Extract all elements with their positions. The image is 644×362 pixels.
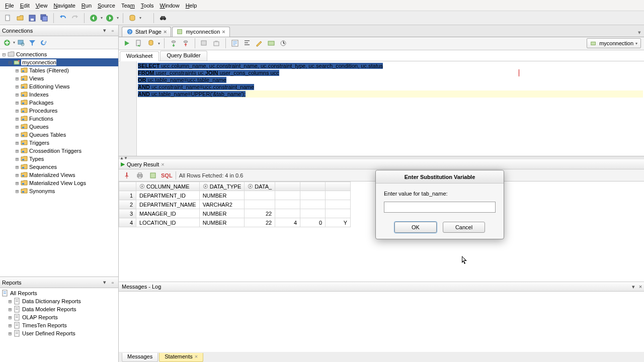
tree-item[interactable]: ⊞Packages <box>0 99 118 107</box>
print-icon[interactable] <box>135 170 145 180</box>
save-icon[interactable] <box>27 13 37 23</box>
tree-item[interactable]: ⊞Editioning Views <box>0 82 118 90</box>
connection-combo[interactable]: myconnection ▾ <box>587 38 641 48</box>
minimize-icon[interactable]: ▾ <box>101 27 108 34</box>
query-result-tab[interactable]: ▶ Query Result × <box>119 159 644 169</box>
edit-icon[interactable] <box>254 38 264 48</box>
tree-item[interactable]: ⊞Synonyms <box>0 187 118 195</box>
run-script-icon[interactable] <box>134 38 144 48</box>
report-item[interactable]: ⊞Data Modeler Reports <box>0 305 118 313</box>
report-item[interactable]: ⊞Data Dictionary Reports <box>0 297 118 305</box>
row-number-header[interactable] <box>119 182 136 191</box>
table-row[interactable]: 4LOCATION_IDNUMBER2240Y <box>119 218 351 227</box>
tree-root[interactable]: ⊟ Connections <box>0 50 118 58</box>
close-icon[interactable]: × <box>195 353 198 359</box>
menu-tools[interactable]: Tools <box>138 2 157 10</box>
menu-navigate[interactable]: Navigate <box>50 2 78 10</box>
undo-icon[interactable] <box>58 13 68 23</box>
minimize-icon[interactable]: ▾ <box>630 284 637 290</box>
snippet-icon[interactable] <box>266 38 276 48</box>
tree-item[interactable]: ⊞Materialized View Logs <box>0 179 118 187</box>
menu-help[interactable]: Help <box>183 2 200 10</box>
tree-item[interactable]: ⊞Materialized Views <box>0 171 118 179</box>
sql-editor[interactable]: SELECT ucc.column_name, uc.constraint_na… <box>119 61 644 156</box>
tuning-icon[interactable] <box>278 38 288 48</box>
explain-plan-icon[interactable] <box>146 38 156 48</box>
tab-statements[interactable]: Statements× <box>159 353 203 362</box>
close-icon[interactable]: × <box>222 29 225 35</box>
tree-item[interactable]: ⊞Queues <box>0 123 118 131</box>
menu-window[interactable]: Window <box>157 2 183 10</box>
rollback-icon[interactable] <box>181 38 191 48</box>
open-icon[interactable] <box>15 13 25 23</box>
redo-icon[interactable] <box>70 13 80 23</box>
tab-worksheet[interactable]: Worksheet <box>120 51 159 61</box>
close-icon[interactable]: × <box>164 29 167 35</box>
unshared-icon[interactable] <box>199 38 209 48</box>
tree-item[interactable]: ⊞Views <box>0 74 118 82</box>
restore-icon[interactable]: ▫ <box>109 27 116 34</box>
tab-messages[interactable]: Messages <box>122 353 158 362</box>
minimize-icon[interactable]: ▾ <box>101 279 108 286</box>
clear-icon[interactable] <box>211 38 221 48</box>
report-item[interactable]: ⊞OLAP Reports <box>0 313 118 321</box>
tree-item[interactable]: ⊞Triggers <box>0 139 118 147</box>
tree-item[interactable]: ⊞Procedures <box>0 107 118 115</box>
column-header[interactable] <box>326 182 351 191</box>
close-icon[interactable]: × <box>161 161 164 167</box>
tree-item[interactable]: ⊞Queues Tables <box>0 131 118 139</box>
column-header[interactable] <box>300 182 326 191</box>
menu-file[interactable]: File <box>2 2 17 10</box>
find-connection-icon[interactable] <box>16 38 26 48</box>
reports-tree[interactable]: All Reports ⊞Data Dictionary Reports⊞Dat… <box>0 288 118 362</box>
tree-item[interactable]: ⊞Types <box>0 155 118 163</box>
menu-edit[interactable]: Edit <box>17 2 33 10</box>
restore-icon[interactable]: ▫ <box>109 279 116 286</box>
tab-query-builder[interactable]: Query Builder <box>160 51 207 61</box>
tree-item[interactable]: ⊞Indexes <box>0 90 118 99</box>
sql-label[interactable]: SQL <box>161 172 173 178</box>
run-statement-icon[interactable] <box>122 38 132 48</box>
connections-tree[interactable]: ⊟ Connections ⊟ myconnection ⊞Tables (Fi… <box>0 49 118 277</box>
tree-item[interactable]: ⊞Tables (Filtered) <box>0 66 118 74</box>
new-connection-icon[interactable] <box>2 38 12 48</box>
sql-history-icon[interactable] <box>230 38 240 48</box>
table-row[interactable]: 1DEPARTMENT_IDNUMBER <box>119 191 351 200</box>
tab-myconnection[interactable]: myconnection × <box>172 27 229 37</box>
export-icon[interactable] <box>148 170 158 180</box>
tree-item[interactable]: ⊞Crossedition Triggers <box>0 147 118 155</box>
column-header[interactable]: ⦿ DATA_TYPE <box>199 182 245 191</box>
tree-connection[interactable]: ⊟ myconnection <box>0 58 118 66</box>
commit-icon[interactable] <box>169 38 179 48</box>
back-icon[interactable] <box>89 13 99 23</box>
table-row[interactable]: 3MANAGER_IDNUMBER22 <box>119 209 351 218</box>
refresh-icon[interactable] <box>38 38 48 48</box>
substitution-input[interactable] <box>384 202 496 213</box>
tree-item[interactable]: ⊞Sequences <box>0 163 118 171</box>
save-all-icon[interactable] <box>39 13 49 23</box>
new-icon[interactable] <box>3 13 13 23</box>
tab-start-page[interactable]: ? Start Page × <box>122 27 171 37</box>
pin-icon[interactable] <box>122 170 132 180</box>
column-header[interactable]: ⦿ DATA_ <box>245 182 275 191</box>
tabs-dropdown-icon[interactable]: ▾ <box>635 28 644 37</box>
binoculars-icon[interactable] <box>158 13 168 23</box>
menu-view[interactable]: View <box>33 2 51 10</box>
table-row[interactable]: 2DEPARTMENT_NAMEVARCHAR2 <box>119 200 351 209</box>
close-icon[interactable]: × <box>637 284 644 290</box>
forward-icon[interactable] <box>105 13 115 23</box>
format-icon[interactable] <box>242 38 252 48</box>
column-header[interactable]: ⦿ COLUMN_NAME <box>136 182 200 191</box>
reports-root[interactable]: All Reports <box>0 289 118 297</box>
menu-team[interactable]: Team <box>118 2 138 10</box>
db-icon[interactable] <box>127 13 137 23</box>
ok-button[interactable]: OK <box>394 222 437 233</box>
filter-icon[interactable] <box>27 38 37 48</box>
cancel-button[interactable]: Cancel <box>443 222 485 233</box>
column-header[interactable] <box>275 182 300 191</box>
report-item[interactable]: ⊞TimesTen Reports <box>0 321 118 329</box>
menu-source[interactable]: Source <box>95 2 118 10</box>
menu-run[interactable]: Run <box>78 2 95 10</box>
report-item[interactable]: ⊞User Defined Reports <box>0 329 118 337</box>
tree-item[interactable]: ⊞Functions <box>0 115 118 123</box>
